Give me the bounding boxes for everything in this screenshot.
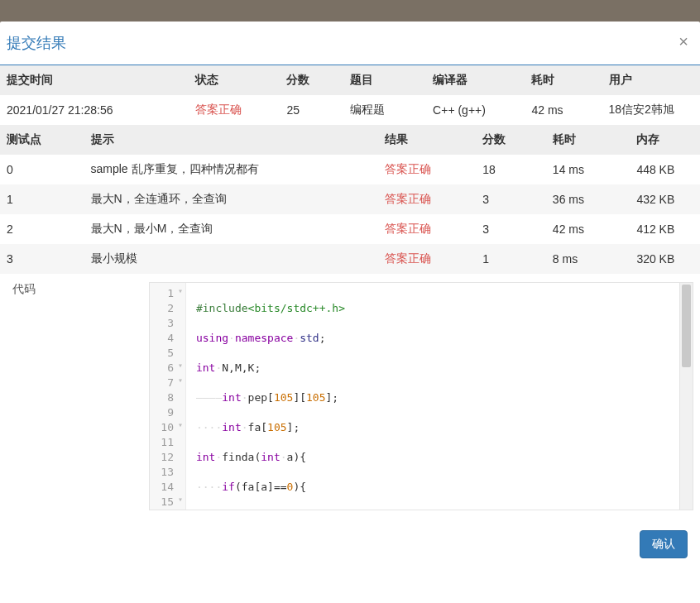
cell-result: 答案正确 xyxy=(378,184,476,214)
ok-button[interactable]: 确认 xyxy=(640,530,688,558)
editor-content[interactable]: #include<bits/stdc++.h> using·namespace·… xyxy=(186,283,679,510)
col-time: 提交时间 xyxy=(0,65,189,95)
submission-info-table: 提交时间 状态 分数 题目 编译器 耗时 用户 2021/01/27 21:28… xyxy=(0,65,700,125)
table-row: 2 最大N，最小M，全查询 答案正确 3 42 ms 412 KB xyxy=(0,214,700,244)
cell-memory: 448 KB xyxy=(630,155,700,184)
cell-case: 1 xyxy=(0,184,84,214)
cell-memory: 412 KB xyxy=(630,214,700,244)
code-editor[interactable]: 1▾ 2 3 4 5 6▾ 7▾ 8 9 10▾ 11 xyxy=(149,282,693,510)
col-case: 测试点 xyxy=(0,125,84,155)
table-row: 1 最大N，全连通环，全查询 答案正确 3 36 ms 432 KB xyxy=(0,184,700,214)
cell-hint: 最大N，全连通环，全查询 xyxy=(84,184,378,214)
table-row: 0 sample 乱序重复，四种情况都有 答案正确 18 14 ms 448 K… xyxy=(0,155,700,184)
cell-score: 18 xyxy=(476,155,546,184)
code-label: 代码 xyxy=(0,274,137,519)
cell-hint: sample 乱序重复，四种情况都有 xyxy=(84,155,378,184)
editor-gutter: 1▾ 2 3 4 5 6▾ 7▾ 8 9 10▾ 11 xyxy=(150,283,186,510)
col-score: 分数 xyxy=(280,65,343,95)
cell-elapsed: 8 ms xyxy=(546,244,630,274)
col-score: 分数 xyxy=(476,125,546,155)
cell-score: 3 xyxy=(476,184,546,214)
col-result: 结果 xyxy=(378,125,476,155)
submission-info-row: 2021/01/27 21:28:56 答案正确 25 编程题 C++ (g++… xyxy=(0,95,700,125)
cell-result: 答案正确 xyxy=(378,155,476,184)
modal-header: 提交结果 × xyxy=(0,22,700,65)
modal-footer: 确认 xyxy=(0,519,700,570)
col-elapsed: 耗时 xyxy=(546,125,630,155)
scrollbar-thumb[interactable] xyxy=(682,285,691,367)
submission-result-modal: 提交结果 × 提交时间 状态 分数 题目 编译器 耗时 用户 xyxy=(0,22,700,603)
test-cases-table: 测试点 提示 结果 分数 耗时 内存 0 sample 乱序重复，四种情况都有 … xyxy=(0,125,700,274)
cell-user: 18信安2韩旭 xyxy=(602,95,700,125)
cell-elapsed: 42 ms xyxy=(546,214,630,244)
modal-body: 提交时间 状态 分数 题目 编译器 耗时 用户 2021/01/27 21:28… xyxy=(0,65,700,519)
fold-icon[interactable]: ▾ xyxy=(178,421,183,429)
col-memory: 内存 xyxy=(630,125,700,155)
cell-case: 2 xyxy=(0,214,84,244)
col-hint: 提示 xyxy=(84,125,378,155)
cell-case: 0 xyxy=(0,155,84,184)
close-icon[interactable]: × xyxy=(678,33,688,50)
cell-hint: 最小规模 xyxy=(84,244,378,274)
col-problem: 题目 xyxy=(343,65,414,95)
editor-scrollbar[interactable] xyxy=(679,283,693,510)
cell-case: 3 xyxy=(0,244,84,274)
col-status: 状态 xyxy=(189,65,280,95)
cell-time: 2021/01/27 21:28:56 xyxy=(0,95,189,125)
cell-elapsed: 42 ms xyxy=(525,95,602,125)
fold-icon[interactable]: ▾ xyxy=(178,287,183,295)
modal-title: 提交结果 xyxy=(7,35,66,51)
fold-icon[interactable]: ▾ xyxy=(178,376,183,385)
cell-compiler: C++ (g++) xyxy=(413,95,525,125)
code-section: 代码 1▾ 2 3 4 5 6▾ 7▾ 8 xyxy=(0,274,700,519)
fold-icon[interactable]: ▾ xyxy=(178,361,183,370)
cell-elapsed: 14 ms xyxy=(546,155,630,184)
fold-icon[interactable]: ▾ xyxy=(178,495,183,504)
table-row: 3 最小规模 答案正确 1 8 ms 320 KB xyxy=(0,244,700,274)
cell-memory: 432 KB xyxy=(630,184,700,214)
cell-result: 答案正确 xyxy=(378,244,476,274)
col-compiler: 编译器 xyxy=(413,65,525,95)
cell-problem: 编程题 xyxy=(343,95,414,125)
cell-hint: 最大N，最小M，全查询 xyxy=(84,214,378,244)
cell-score: 3 xyxy=(476,214,546,244)
cell-status: 答案正确 xyxy=(189,95,280,125)
col-elapsed: 耗时 xyxy=(525,65,602,95)
cell-result: 答案正确 xyxy=(378,214,476,244)
cell-score: 1 xyxy=(476,244,546,274)
cell-memory: 320 KB xyxy=(630,244,700,274)
cell-score: 25 xyxy=(280,95,343,125)
col-user: 用户 xyxy=(602,65,700,95)
cell-elapsed: 36 ms xyxy=(546,184,630,214)
